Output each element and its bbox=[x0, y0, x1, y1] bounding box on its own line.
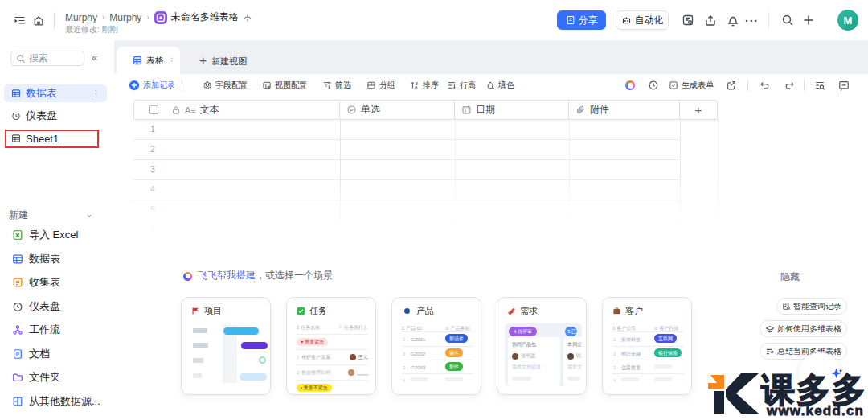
svg-text:www.kedd.cn: www.kedd.cn bbox=[766, 403, 864, 418]
